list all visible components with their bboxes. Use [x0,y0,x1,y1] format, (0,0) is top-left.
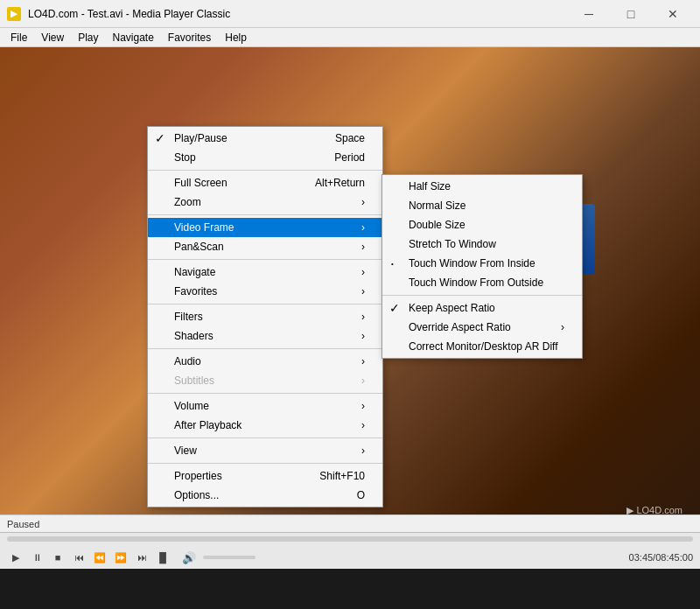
sub-separator-1 [382,295,582,296]
arrow-icon-9: › [353,374,365,387]
window-title: LO4D.com - Test.avi - Media Player Class… [28,8,230,20]
ctx-full-screen-label: Full Screen [174,177,228,189]
ctx-subtitles-label: Subtitles [174,374,214,387]
arrow-icon-11: › [353,419,365,431]
arrow-icon-4: › [353,266,365,278]
play-button[interactable]: ▶ [7,549,24,566]
ctx-touch-inside[interactable]: • Touch Window From Inside [382,254,582,273]
ctx-favorites[interactable]: Favorites › [148,282,382,301]
ctx-stretch-to-window[interactable]: Stretch To Window [382,234,582,254]
pause-button[interactable]: ⏸ [28,549,46,566]
volume-slider[interactable] [203,556,256,559]
separator-5 [148,348,382,349]
ctx-shaders-label: Shaders [174,330,214,342]
ctx-full-screen-shortcut: Alt+Return [289,177,365,189]
separator-3 [148,259,382,260]
ctx-audio-label: Audio [174,355,201,368]
ctx-correct-monitor[interactable]: Correct Monitor/Desktop AR Diff [382,337,582,356]
ctx-audio[interactable]: Audio › [148,352,382,371]
ctx-touch-inside-label: Touch Window From Inside [409,257,536,270]
ctx-subtitles[interactable]: Subtitles › [148,371,382,390]
ctx-view[interactable]: View › [148,441,382,460]
ctx-options-label: Options... [174,489,219,501]
ctx-filters[interactable]: Filters › [148,307,382,326]
menu-navigate[interactable]: Navigate [105,30,160,46]
menu-file[interactable]: File [4,30,34,46]
ctx-double-size-label: Double Size [409,219,466,231]
ctx-touch-outside-label: Touch Window From Outside [409,276,543,289]
arrow-icon: › [353,196,365,208]
stop-button[interactable]: ■ [49,549,66,566]
frame-button[interactable]: ▐▌ [154,549,172,566]
arrow-icon-5: › [353,285,365,298]
ctx-stop[interactable]: Stop Period [148,148,382,167]
ctx-stop-shortcut: Period [308,151,365,164]
ctx-normal-size-label: Normal Size [409,200,466,212]
ctx-video-frame[interactable]: Video Frame › [148,218,382,237]
arrow-icon-7: › [353,330,365,342]
ctx-normal-size[interactable]: Normal Size [382,196,582,215]
menu-favorites[interactable]: Favorites [161,30,218,46]
minimize-button[interactable]: ─ [569,0,609,28]
ctx-half-size[interactable]: Half Size [382,177,582,196]
separator-2 [148,214,382,215]
ctx-after-playback[interactable]: After Playback › [148,416,382,435]
ctx-play-pause-shortcut: Space [309,132,365,144]
menu-view[interactable]: View [34,30,71,46]
context-menu-play: ✓ Play/Pause Space Stop Period Full Scre… [147,126,383,508]
ctx-zoom-label: Zoom [174,196,201,208]
context-menu-video-frame: Half Size Normal Size Double Size Stretc… [382,174,583,359]
forward-button[interactable]: ⏩ [112,549,130,566]
ctx-pan-scan[interactable]: Pan&Scan › [148,237,382,256]
menu-bar: File View Play Navigate Favorites Help [0,28,700,47]
ctx-zoom[interactable]: Zoom › [148,192,382,212]
status-label: Paused [7,519,39,529]
seek-bar[interactable] [7,536,693,542]
controls-bar: ▶ ⏸ ■ ⏮ ⏪ ⏩ ⏭ ▐▌ 🔊 03:45/08:45:00 [0,532,700,569]
arrow-icon-sub: › [552,321,564,333]
prev-button[interactable]: ⏮ [70,549,88,566]
time-display: 03:45/08:45:00 [629,552,693,563]
ctx-full-screen[interactable]: Full Screen Alt+Return [148,173,382,192]
menu-play[interactable]: Play [71,30,105,46]
separator-4 [148,304,382,304]
ctx-shaders[interactable]: Shaders › [148,326,382,346]
ctx-correct-monitor-label: Correct Monitor/Desktop AR Diff [409,340,558,353]
ctx-half-size-label: Half Size [409,180,451,192]
ctx-after-playback-label: After Playback [174,419,242,431]
ctx-pan-scan-label: Pan&Scan [174,241,224,253]
ctx-view-label: View [174,444,197,457]
check-icon-2: ✓ [389,301,400,315]
ctx-filters-label: Filters [174,311,203,323]
next-button[interactable]: ⏭ [133,549,150,566]
ctx-options[interactable]: Options... O [148,486,382,505]
separator-8 [148,463,382,464]
ctx-double-size[interactable]: Double Size [382,215,582,234]
ctx-stretch-to-window-label: Stretch To Window [409,238,496,250]
controls-buttons: ▶ ⏸ ■ ⏮ ⏪ ⏩ ⏭ ▐▌ 🔊 03:45/08:45:00 [0,545,700,569]
ctx-play-pause[interactable]: ✓ Play/Pause Space [148,129,382,148]
ctx-navigate[interactable]: Navigate › [148,262,382,282]
ctx-options-shortcut: O [331,489,365,501]
ctx-favorites-label: Favorites [174,285,217,298]
ctx-properties-label: Properties [174,470,222,482]
ctx-keep-aspect[interactable]: ✓ Keep Aspect Ratio [382,298,582,318]
rewind-button[interactable]: ⏪ [91,549,108,566]
menu-help[interactable]: Help [218,30,254,46]
volume-icon: 🔊 [182,551,196,564]
title-bar-controls: ─ □ ✕ [569,0,693,28]
ctx-volume[interactable]: Volume › [148,396,382,416]
ctx-touch-outside[interactable]: Touch Window From Outside [382,273,582,292]
check-icon: ✓ [155,131,165,145]
main-area: ✓ Play/Pause Space Stop Period Full Scre… [0,47,700,569]
ctx-keep-aspect-label: Keep Aspect Ratio [409,302,495,314]
ctx-override-aspect[interactable]: Override Aspect Ratio › [382,318,582,337]
ctx-play-pause-label: Play/Pause [174,132,228,144]
ctx-volume-label: Volume [174,400,209,412]
maximize-button[interactable]: □ [611,0,651,28]
ctx-stop-label: Stop [174,151,196,164]
close-button[interactable]: ✕ [653,0,693,28]
arrow-icon-6: › [353,311,365,323]
arrow-icon-8: › [353,355,365,368]
ctx-properties[interactable]: Properties Shift+F10 [148,466,382,486]
